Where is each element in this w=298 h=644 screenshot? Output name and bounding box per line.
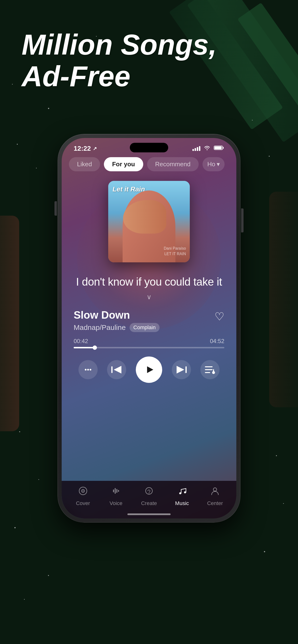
create-icon xyxy=(144,486,154,498)
svg-rect-12 xyxy=(213,369,214,372)
chevron-down-icon: ▾ xyxy=(217,160,220,168)
signal-bar-1 xyxy=(192,149,194,151)
svg-point-23 xyxy=(184,492,186,493)
tab-recommend[interactable]: Recommend xyxy=(147,157,199,171)
nav-item-music[interactable]: Music xyxy=(170,486,194,506)
svg-point-21 xyxy=(148,493,149,494)
svg-rect-16 xyxy=(113,490,114,492)
svg-point-15 xyxy=(83,490,83,492)
lyrics-expand-icon[interactable]: ∨ xyxy=(74,293,224,301)
lyrics-section[interactable]: I don't know if you could take it ∨ xyxy=(62,267,236,303)
tab-more[interactable]: Ho ▾ xyxy=(203,157,225,171)
cover-icon xyxy=(78,486,88,498)
battery-icon xyxy=(214,145,224,152)
nav-item-center[interactable]: Center xyxy=(203,486,227,506)
prev-button[interactable] xyxy=(107,360,126,379)
time-display: 12:22 xyxy=(74,145,91,152)
dynamic-island xyxy=(130,143,168,152)
signal-bar-2 xyxy=(195,148,196,151)
total-time: 04:52 xyxy=(210,338,224,344)
nav-label-voice: Voice xyxy=(109,500,122,506)
nav-item-voice[interactable]: Voice xyxy=(104,486,128,506)
side-phone-left xyxy=(0,216,19,431)
play-button[interactable] xyxy=(136,356,162,383)
progress-fill xyxy=(74,347,95,348)
song-info: Slow Down Madnap/Pauline Complain ♡ xyxy=(62,303,236,334)
nav-label-music: Music xyxy=(175,500,189,506)
headline-line2: Ad-Free xyxy=(22,60,298,92)
tab-for-you[interactable]: For you xyxy=(104,157,143,171)
wifi-icon xyxy=(204,145,210,152)
center-icon xyxy=(210,486,220,498)
song-artist-row: Madnap/Pauline Complain xyxy=(74,323,160,332)
status-time: 12:22 ↗ xyxy=(74,145,97,152)
bottom-nav: Cover Voice xyxy=(62,481,236,518)
album-art[interactable]: Let it Rain Dani ParaísoLET IT RAIN xyxy=(108,181,190,262)
current-time: 00:42 xyxy=(74,338,88,344)
signal-bar-4 xyxy=(199,146,200,151)
phone-screen: 12:22 ↗ xyxy=(62,138,236,518)
song-title: Slow Down xyxy=(74,309,160,321)
controls-section xyxy=(62,352,236,390)
progress-bar[interactable] xyxy=(74,347,224,348)
svg-point-3 xyxy=(85,369,86,371)
phone-mockup: 12:22 ↗ xyxy=(58,134,240,522)
music-icon xyxy=(177,486,187,498)
like-button[interactable]: ♡ xyxy=(215,310,224,323)
nav-label-create: Create xyxy=(141,500,157,506)
svg-rect-7 xyxy=(186,366,187,373)
svg-point-22 xyxy=(179,492,181,494)
lyrics-text: I don't know if you could take it xyxy=(74,274,224,289)
progress-times: 00:42 04:52 xyxy=(74,338,224,344)
voice-icon xyxy=(111,486,121,498)
location-icon: ↗ xyxy=(93,146,97,152)
phone-outer: 12:22 ↗ xyxy=(58,134,240,522)
album-art-bg: Let it Rain Dani ParaísoLET IT RAIN xyxy=(108,181,190,262)
nav-label-center: Center xyxy=(207,500,223,506)
svg-rect-10 xyxy=(205,372,210,373)
svg-rect-19 xyxy=(118,490,119,492)
home-indicator xyxy=(127,514,171,515)
headline-line1: Million Songs, xyxy=(22,29,298,60)
svg-rect-8 xyxy=(205,366,213,367)
headline: Million Songs, Ad-Free xyxy=(0,29,298,92)
svg-point-24 xyxy=(213,488,217,491)
next-button[interactable] xyxy=(172,360,191,379)
album-title: Let it Rain xyxy=(112,185,145,193)
song-tag[interactable]: Complain xyxy=(129,323,160,332)
status-icons xyxy=(192,145,224,152)
progress-section: 00:42 04:52 xyxy=(62,334,236,352)
svg-point-5 xyxy=(89,369,91,371)
options-button[interactable] xyxy=(78,360,98,379)
signal-bar-3 xyxy=(197,147,198,151)
nav-item-create[interactable]: Create xyxy=(137,486,161,506)
queue-button[interactable] xyxy=(200,360,220,379)
signal-bars xyxy=(192,146,200,151)
song-details: Slow Down Madnap/Pauline Complain xyxy=(74,309,160,332)
song-artist: Madnap/Pauline xyxy=(74,324,126,332)
nav-item-cover[interactable]: Cover xyxy=(71,486,95,506)
tabs-bar: Liked For you Recommend Ho ▾ xyxy=(62,155,236,174)
album-section: Let it Rain Dani ParaísoLET IT RAIN xyxy=(62,174,236,267)
progress-thumb[interactable] xyxy=(93,346,97,350)
svg-rect-18 xyxy=(116,489,117,493)
svg-rect-9 xyxy=(205,369,213,370)
svg-rect-2 xyxy=(215,146,222,149)
svg-rect-17 xyxy=(115,488,116,494)
album-small-text: Dani ParaísoLET IT RAIN xyxy=(164,246,186,256)
nav-label-cover: Cover xyxy=(76,500,90,506)
svg-point-4 xyxy=(87,369,89,371)
svg-rect-6 xyxy=(111,366,112,373)
svg-rect-1 xyxy=(223,147,224,149)
tab-liked[interactable]: Liked xyxy=(69,157,100,171)
side-phone-right xyxy=(269,192,298,407)
